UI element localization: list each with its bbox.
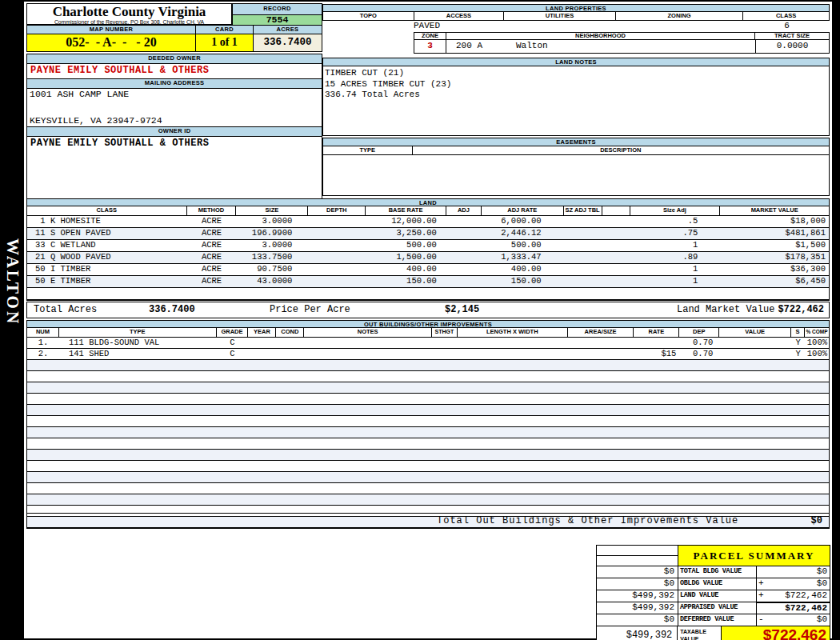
parcel-summary-header: PARCEL SUMMARY — [597, 546, 830, 566]
ob-rate — [634, 338, 679, 348]
land-size: 90.7500 — [236, 264, 308, 275]
land-base-rate: 12,000.00 — [366, 216, 446, 227]
parcel-summary-taxable-row: $499,392 TAXABLE VALUE $722,462 — [597, 626, 830, 640]
ps-label: LAND VALUE — [678, 590, 757, 602]
land-table-headers: CLASS METHOD SIZE DEPTH BASE RATE ADJ AD… — [27, 206, 829, 216]
ob-dep: 0.70 — [679, 349, 719, 359]
ob-empty-row — [27, 394, 829, 405]
neighborhood-name: Walton — [482, 40, 548, 53]
record-card-screen: { "sidebar": { "label": "WALTON" }, "hea… — [0, 0, 840, 640]
land-method-header: METHOD — [187, 206, 237, 215]
land-adj-rate: 2,446.12 — [482, 228, 564, 239]
zone-headers: ZONE NEIGHBORHOOD TRACT SIZE — [414, 32, 830, 40]
ob-s: Y — [791, 338, 805, 348]
record-box: RECORD 7554 — [232, 3, 322, 25]
total-acres-label: Total Acres — [34, 302, 97, 318]
out-buildings-body: 1. 111 BLDG-SOUND VAL C 0.70 Y 100% 2. 1… — [27, 338, 829, 528]
land-notes-box: TIMBER CUT (21) 15 ACRES TIMBER CUT (23)… — [322, 66, 830, 136]
land-market-value-header: MARKET VALUE — [720, 206, 829, 215]
neighborhood-vertical-label: WALTON — [2, 238, 22, 326]
land-size-adj: 1 — [630, 264, 720, 275]
acres-label: ACRES — [254, 25, 322, 34]
land-note-line: 336.74 Total Acres — [325, 90, 829, 101]
acres-value: 336.7400 — [254, 34, 322, 52]
ps-value: $0 — [768, 566, 830, 578]
map-number-value: 052- - A- - - 20 — [26, 34, 196, 52]
ob-comp: 100% — [805, 338, 829, 348]
land-market-value: $18,000 — [720, 216, 829, 227]
land-market-value-label: Land Market Value — [677, 302, 774, 318]
land-adj-rate: 6,000.00 — [482, 216, 564, 227]
ob-empty-row — [27, 483, 829, 494]
zone-header: ZONE — [414, 33, 446, 39]
ob-comp-header: % COMP — [805, 328, 829, 337]
land-method: ACRE — [187, 216, 237, 227]
land-totals-row: Total Acres 336.7400 Price Per Acre $2,1… — [26, 302, 830, 318]
land-notes-title: LAND NOTES — [322, 58, 830, 66]
class-header: CLASS — [743, 12, 829, 20]
ps-op: - — [757, 614, 768, 626]
taxable-value-label: TAXABLE VALUE — [678, 626, 722, 640]
land-properties-values: PAVED 6 — [322, 21, 830, 32]
parcel-summary-row: $0 DEFERRED VALUE -$0 — [597, 614, 830, 626]
ps-label: OBLDG VALUE — [678, 578, 757, 590]
card-value: 1 of 1 — [196, 34, 254, 52]
ob-empty-row — [27, 371, 829, 382]
land-size-header: SIZE — [236, 206, 308, 215]
ob-type-header: TYPE — [59, 328, 217, 337]
ps-left-value: $0 — [597, 578, 678, 590]
ob-num: 1. — [27, 338, 59, 348]
zoning-value — [616, 21, 744, 32]
parcel-summary-row: $0 TOTAL BLDG VALUE $0 — [597, 566, 830, 578]
land-method: ACRE — [187, 264, 237, 275]
land-method: ACRE — [187, 228, 237, 239]
record-card-page: Charlotte County Virginia Commissioner o… — [24, 2, 832, 638]
land-sz-adj-tbl-header: SZ ADJ TBL — [564, 206, 602, 215]
ps-op: + — [757, 590, 768, 602]
ps-value: $722,462 — [768, 590, 830, 602]
out-buildings-table: NUM TYPE GRADE YEAR COND NOTES STHGT LEN… — [26, 328, 830, 529]
land-size-adj: 1 — [630, 276, 720, 287]
parcel-summary-row: $499,392 APPRAISED VALUE $722,462 — [597, 602, 830, 614]
ps-left-value: $499,392 — [597, 590, 678, 602]
parcel-summary-row: $0 OBLDG VALUE +$0 — [597, 578, 830, 590]
map-card-acres-headers: MAP NUMBER CARD ACRES — [26, 25, 322, 34]
mailing-address-label: MAILING ADDRESS — [27, 78, 322, 89]
address-line-2: KEYSVILLE, VA 23947-9724 — [27, 115, 322, 126]
ob-sthgt-header: STHGT — [432, 328, 458, 337]
ob-grade: C — [217, 349, 249, 359]
ps-left-value: $499,392 — [597, 602, 678, 614]
ps-op — [757, 566, 768, 578]
land-base-rate: 400.00 — [366, 264, 446, 275]
ob-area-header: AREA/SIZE — [568, 328, 634, 337]
land-size-adj: .5 — [630, 216, 720, 227]
utilities-header: UTILITIES — [504, 12, 616, 20]
parcel-summary: PARCEL SUMMARY $0 TOTAL BLDG VALUE $0 $0… — [596, 545, 830, 640]
land-properties-title: LAND PROPERTIES — [322, 4, 830, 12]
ob-empty-row — [27, 450, 829, 461]
land-properties-headers: TOPO ACCESS UTILITIES ZONING CLASS — [322, 12, 830, 21]
ps-value: $0 — [768, 578, 830, 590]
sidebar-strip: WALTON — [0, 0, 24, 640]
land-row: 21 Q WOOD PAVED ACRE 133.7500 1,500.00 1… — [27, 252, 829, 264]
land-adj-rate: 400.00 — [482, 264, 564, 275]
land-class: 33 C WETLAND — [27, 240, 187, 251]
out-building-row: 1. 111 BLDG-SOUND VAL C 0.70 Y 100% — [27, 338, 829, 349]
ob-s-header: S — [791, 328, 805, 337]
ob-num-header: NUM — [27, 328, 59, 337]
deeded-owner-label: DEEDED OWNER — [27, 54, 322, 64]
land-class: 21 Q WOOD PAVED — [27, 252, 187, 263]
out-buildings-total-row: Total Out Buildings & Other Improvements… — [26, 513, 830, 529]
owner-id-label: OWNER ID — [27, 126, 322, 137]
land-adj-rate: 1,333.47 — [482, 252, 564, 263]
land-row: 33 C WETLAND ACRE 3.0000 500.00 500.00 1… — [27, 240, 829, 252]
ob-empty-row — [27, 405, 829, 416]
ob-rate-header: RATE — [634, 328, 679, 337]
owner-box: DEEDED OWNER PAYNE EMILY SOUTHALL & OTHE… — [26, 54, 322, 199]
map-number-label: MAP NUMBER — [26, 25, 196, 34]
land-empty-row — [27, 288, 829, 300]
topo-header: TOPO — [323, 12, 414, 20]
land-depth-header: DEPTH — [308, 206, 366, 215]
total-acres-value: 336.7400 — [149, 302, 195, 318]
taxable-left-value: $499,392 — [597, 626, 678, 640]
